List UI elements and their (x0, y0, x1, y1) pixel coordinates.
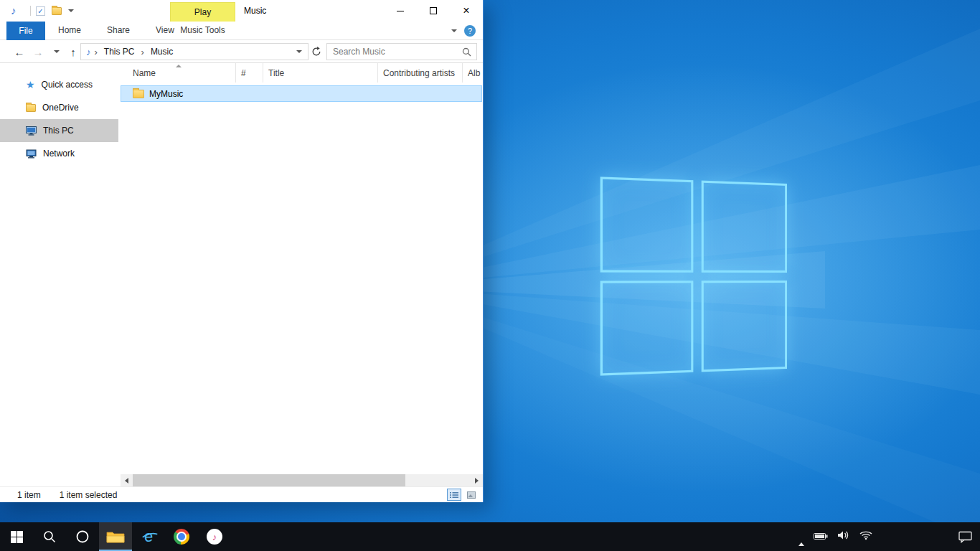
tab-share[interactable]: Share (94, 22, 143, 40)
tab-music-tools[interactable]: Music Tools (170, 22, 235, 39)
start-button[interactable] (0, 522, 33, 551)
breadcrumb-this-pc[interactable]: This PC (101, 47, 138, 57)
search-box (326, 43, 477, 60)
ribbon-tab-row: File Home Share View Music Tools ? (0, 22, 483, 40)
window-body: ★ Quick access OneDrive This PC (0, 63, 483, 486)
tab-file[interactable]: File (6, 22, 45, 40)
file-list-pane: Name # Title Contributing artists Alb (118, 63, 483, 486)
play-tab-label: Play (194, 7, 211, 17)
sidebar-item-label: OneDrive (42, 103, 79, 113)
search-icon[interactable] (462, 47, 471, 57)
ribbon-expand-chevron-icon[interactable] (451, 29, 457, 32)
column-header-number[interactable]: # (236, 63, 263, 83)
sidebar-item-this-pc[interactable]: This PC (0, 119, 118, 142)
minimize-icon (397, 11, 404, 11)
properties-check-icon[interactable]: ✓ (36, 6, 45, 16)
close-button[interactable]: × (450, 0, 483, 22)
divider (30, 6, 31, 16)
maximize-icon (430, 7, 437, 14)
quick-access-toolbar: ✓ (36, 4, 74, 17)
wifi-icon (859, 530, 872, 540)
sidebar-item-label: Quick access (42, 80, 93, 90)
scroll-left-button[interactable] (121, 474, 133, 486)
qat-customize-chevron-icon[interactable] (68, 9, 74, 12)
navigation-bar: ← → ↑ ♪ › This PC › Music (0, 40, 483, 63)
column-header-contributing-artists[interactable]: Contributing artists (378, 63, 463, 83)
sidebar-item-label: This PC (43, 126, 74, 136)
titlebar[interactable]: ♪ ✓ Play Music × (0, 0, 483, 22)
monitor-icon (26, 126, 37, 136)
column-header-album[interactable]: Alb (463, 63, 483, 83)
column-header-name[interactable]: Name (118, 63, 236, 83)
recent-locations-chevron[interactable] (52, 40, 62, 63)
triangle-right-icon (475, 478, 479, 484)
chevron-up-icon (798, 530, 804, 546)
address-dropdown-chevron-icon[interactable] (296, 50, 302, 53)
hidden-icons-button[interactable] (798, 530, 804, 543)
file-row-mymusic[interactable]: MyMusic (121, 85, 482, 102)
close-icon: × (463, 5, 469, 17)
volume-button[interactable] (837, 530, 850, 543)
battery-button[interactable] (814, 530, 828, 543)
music-app-icon: ♪ (11, 4, 17, 17)
thumbnail-view-button[interactable] (464, 489, 479, 501)
cortana-button[interactable] (66, 522, 99, 551)
network-button[interactable] (859, 530, 872, 543)
sidebar-item-quick-access[interactable]: ★ Quick access (0, 73, 118, 96)
selection-count: 1 item selected (60, 490, 118, 500)
battery-icon (814, 532, 828, 540)
column-label: Name (133, 68, 156, 78)
details-view-button[interactable] (447, 489, 461, 501)
column-label: Contributing artists (383, 68, 455, 78)
column-headers: Name # Title Contributing artists Alb (118, 63, 483, 83)
back-button[interactable]: ← (11, 40, 27, 63)
ribbon-tabs: Home Share View (45, 22, 187, 40)
breadcrumb-separator-icon: › (138, 47, 148, 57)
folder-icon (133, 90, 144, 98)
chevron-down-icon (54, 50, 60, 53)
taskbar-music-player-button[interactable]: ♪ (198, 522, 231, 551)
windows-start-icon (11, 531, 23, 543)
sidebar-item-network[interactable]: Network (0, 142, 118, 165)
taskbar-internet-explorer-button[interactable]: e (132, 522, 165, 551)
address-bar[interactable]: ♪ › This PC › Music (80, 43, 308, 60)
new-folder-icon[interactable] (52, 7, 62, 15)
up-button[interactable]: ↑ (66, 40, 80, 63)
search-input[interactable] (327, 47, 462, 57)
windows-logo-pane (701, 181, 787, 273)
column-label: # (241, 68, 246, 78)
navigation-pane: ★ Quick access OneDrive This PC (0, 63, 118, 486)
help-button[interactable]: ? (464, 25, 476, 37)
sidebar-item-onedrive[interactable]: OneDrive (0, 96, 118, 119)
action-center-button[interactable] (958, 522, 973, 551)
file-rows: MyMusic (118, 83, 483, 102)
system-tray (798, 522, 872, 551)
taskbar-search-button[interactable] (33, 522, 66, 551)
music-player-icon: ♪ (207, 529, 222, 545)
windows-logo-pane (701, 281, 787, 372)
minimize-button[interactable] (384, 0, 417, 22)
triangle-left-icon (125, 478, 128, 484)
maximize-button[interactable] (417, 0, 450, 22)
scroll-right-button[interactable] (471, 474, 483, 486)
onedrive-folder-icon (26, 104, 36, 112)
scrollbar-thumb[interactable] (133, 474, 405, 486)
forward-button[interactable]: → (30, 40, 46, 63)
tab-play[interactable]: Play (170, 2, 235, 22)
column-header-title[interactable]: Title (263, 63, 378, 83)
thumbnail-view-icon (467, 491, 476, 499)
star-icon: ★ (26, 80, 35, 90)
column-label: Title (268, 68, 284, 78)
breadcrumb-music[interactable]: Music (148, 47, 176, 57)
taskbar-chrome-button[interactable] (165, 522, 198, 551)
column-label: Alb (468, 68, 480, 78)
taskbar-file-explorer-button[interactable] (99, 522, 132, 551)
internet-explorer-icon: e (144, 529, 153, 545)
scrollbar-track[interactable] (133, 474, 471, 486)
refresh-button[interactable] (311, 47, 321, 57)
horizontal-scrollbar[interactable] (121, 474, 483, 486)
volume-icon (837, 530, 850, 540)
search-icon (43, 530, 56, 543)
sidebar-item-label: Network (43, 149, 75, 159)
tab-home[interactable]: Home (45, 22, 94, 40)
